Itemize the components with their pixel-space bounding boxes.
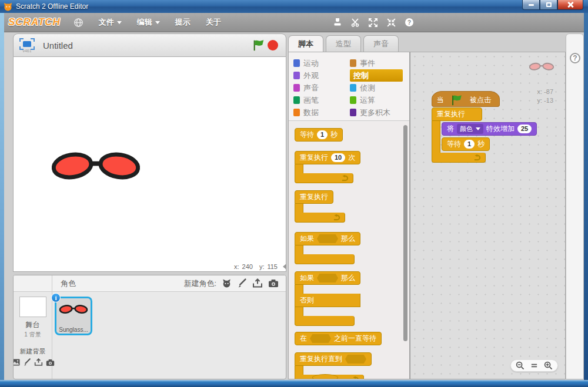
sprite-x: x: -87: [537, 88, 553, 96]
minimize-button[interactable]: [522, 0, 540, 10]
block-wait-secs[interactable]: 等待1秒: [295, 128, 343, 142]
palette-scrollbar[interactable]: [403, 125, 407, 341]
sensing-swatch: [350, 84, 356, 92]
window-title: Scratch 2 Offline Editor: [16, 2, 88, 11]
scratch-window: Scratch 2 Offline Editor SCRATCH 文件 编辑 提…: [0, 0, 588, 387]
stage-canvas[interactable]: [13, 57, 286, 261]
tab-sounds[interactable]: 声音: [363, 35, 399, 52]
boolean-slot: [310, 334, 331, 343]
sunglasses-thumbnail: [59, 304, 88, 315]
help-button[interactable]: ?: [570, 53, 580, 63]
paint-new-sprite-icon[interactable]: [237, 278, 247, 288]
looks-swatch: [293, 72, 300, 79]
block-forever[interactable]: 重复执行: [295, 190, 409, 223]
chevron-down-icon: [476, 127, 480, 130]
paint-new-backdrop-icon[interactable]: [23, 358, 31, 366]
zoom-out-button[interactable]: [516, 361, 524, 370]
mouse-coords-strip: x: 240 y: 115: [13, 261, 286, 272]
menu-tips[interactable]: 提示: [175, 17, 191, 28]
maximize-button[interactable]: [540, 0, 557, 10]
green-flag-icon: [252, 39, 265, 52]
mouse-y-value: 115: [267, 263, 278, 270]
category-sound[interactable]: 声音: [293, 82, 350, 94]
stage-header: v461 Untitled: [13, 33, 286, 57]
next-block-peek: [312, 374, 338, 379]
category-pen[interactable]: 画笔: [293, 94, 350, 106]
category-control-selected[interactable]: 控制: [350, 69, 403, 82]
effect-dropdown[interactable]: 颜色: [457, 124, 483, 134]
block-if-then[interactable]: 如果那么: [295, 232, 409, 264]
menu-about[interactable]: 关于: [206, 17, 221, 28]
category-data[interactable]: 数据: [293, 106, 350, 119]
new-backdrop-label: 新建背景: [20, 347, 46, 356]
stop-button[interactable]: [266, 38, 280, 52]
collapse-handle-icon[interactable]: [283, 264, 286, 270]
block-wait-secs-script[interactable]: 等待1秒: [442, 137, 490, 151]
loop-arrow-icon: [295, 173, 353, 183]
scratch-logo[interactable]: SCRATCH: [8, 16, 61, 28]
block-repeat-times[interactable]: 重复执行10次: [295, 151, 409, 183]
maximize-icon: [546, 2, 552, 7]
sprite-panel: 角色 新建角色: 舞台 1 背景 新建背景: [13, 275, 286, 379]
stage-label: 舞台: [26, 320, 40, 330]
category-more-blocks[interactable]: 更多积木: [350, 106, 406, 119]
shrink-sprite-icon[interactable]: [386, 18, 396, 28]
pen-swatch: [293, 96, 300, 104]
sound-swatch: [293, 84, 300, 92]
menu-file[interactable]: 文件: [99, 17, 122, 28]
camera-sprite-icon[interactable]: [268, 279, 279, 288]
svg-text:?: ?: [407, 19, 411, 26]
backdrop-library-icon[interactable]: [13, 359, 20, 366]
sunglasses-sprite[interactable]: [50, 149, 142, 183]
camera-backdrop-icon[interactable]: [46, 359, 55, 366]
tab-scripts[interactable]: 脚本: [288, 35, 323, 52]
close-button[interactable]: [557, 0, 583, 10]
block-forever-script[interactable]: 重复执行 将 颜色 特效增加 25 等待1秒: [432, 107, 537, 163]
stage-thumbnail[interactable]: [19, 297, 46, 317]
tab-costumes[interactable]: 造型: [326, 35, 361, 52]
sprite-card-sunglasses[interactable]: i Sunglass...: [55, 297, 92, 335]
green-flag-button[interactable]: [252, 38, 266, 52]
project-title: Untitled: [43, 41, 252, 51]
window-border-right: [584, 13, 588, 387]
stage-column-header: [14, 275, 52, 291]
sprites-title: 角色: [61, 278, 183, 289]
script-area[interactable]: x: -87 y: -13 当 被点击 重复执行: [410, 52, 566, 379]
category-motion[interactable]: 运动: [293, 57, 350, 69]
delete-scissors-icon[interactable]: [350, 18, 360, 27]
menu-edit[interactable]: 编辑: [137, 17, 160, 28]
zoom-reset-button[interactable]: [530, 362, 538, 369]
script-stack[interactable]: 当 被点击 重复执行 将 颜色 特效增加: [432, 91, 537, 163]
menu-bar: SCRATCH 文件 编辑 提示 关于 ?: [0, 13, 588, 32]
help-strip: ?: [566, 33, 584, 379]
block-wait-until[interactable]: 在之前一直等待: [295, 332, 382, 345]
sprite-watermark-thumbnail: [529, 62, 554, 72]
mouse-x-value: 240: [242, 263, 253, 270]
chevron-down-icon: [117, 21, 122, 24]
sprite-info-badge[interactable]: i: [51, 293, 61, 302]
sprite-library-icon[interactable]: [222, 278, 232, 288]
zoom-in-button[interactable]: [544, 361, 553, 370]
upload-sprite-icon[interactable]: [252, 278, 263, 288]
category-sensing[interactable]: 侦测: [350, 82, 406, 94]
window-border-left: [0, 13, 4, 387]
mouse-x-label: x:: [234, 263, 239, 270]
grow-sprite-icon[interactable]: [368, 18, 378, 28]
block-if-then-else[interactable]: 如果那么 否则: [295, 271, 409, 326]
category-operators[interactable]: 运算: [350, 94, 406, 106]
new-sprite-label: 新建角色:: [183, 278, 216, 289]
block-when-flag-clicked[interactable]: 当 被点击: [432, 91, 500, 107]
block-help-icon[interactable]: ?: [405, 18, 414, 27]
version-label: v461: [22, 49, 31, 53]
duplicate-stamp-icon[interactable]: [333, 18, 342, 27]
events-swatch: [350, 59, 356, 67]
block-change-effect[interactable]: 将 颜色 特效增加 25: [442, 122, 537, 136]
close-icon: [567, 2, 573, 8]
boolean-slot: [345, 355, 366, 364]
block-repeat-until[interactable]: 重复执行直到: [295, 352, 409, 379]
upload-backdrop-icon[interactable]: [34, 358, 43, 366]
category-looks[interactable]: 外观: [293, 69, 350, 82]
category-events[interactable]: 事件: [350, 57, 406, 69]
language-globe-icon[interactable]: [74, 18, 83, 28]
fullscreen-button[interactable]: v461: [19, 38, 35, 53]
